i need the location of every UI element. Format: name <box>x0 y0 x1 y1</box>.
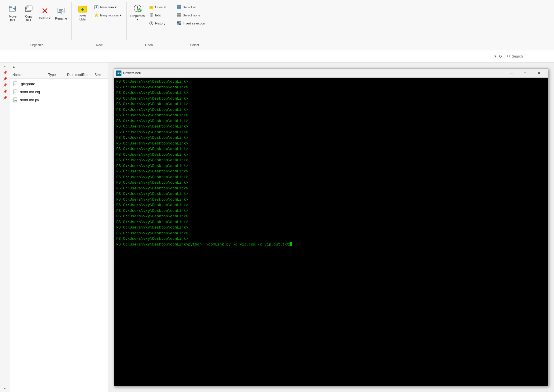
svg-rect-45 <box>177 16 179 17</box>
properties-icon <box>133 4 142 13</box>
search-icon <box>507 54 511 58</box>
svg-rect-46 <box>179 16 181 17</box>
ps-line: PS C:\Users\vxy\Desktop\domLink> <box>116 231 546 236</box>
svg-rect-1 <box>9 6 12 8</box>
col-header-type[interactable]: Type <box>46 73 65 77</box>
move-to-icon <box>8 4 17 14</box>
ps-minimize-button[interactable]: ─ <box>505 70 518 77</box>
svg-rect-50 <box>179 24 181 25</box>
history-button[interactable]: History <box>147 20 168 27</box>
svg-rect-6 <box>27 6 29 7</box>
open-icon <box>149 5 154 10</box>
file-name-domlink-py: domLink.py <box>20 98 39 102</box>
history-label: History <box>155 22 165 25</box>
invert-selection-icon <box>176 21 182 26</box>
move-to-label: Moveto ▾ <box>9 15 17 22</box>
open-button[interactable]: Open ▾ <box>147 3 168 11</box>
sidebar-pin-2[interactable]: 📌 <box>2 76 7 81</box>
text-file-icon <box>12 81 18 87</box>
col-header-name[interactable]: Name <box>10 73 46 77</box>
svg-rect-47 <box>177 22 179 23</box>
ribbon-group-open: Properties ▾ <box>127 2 171 40</box>
move-to-button[interactable]: Moveto ▾ <box>5 3 20 23</box>
ps-line: PS C:\Users\vxy\Desktop\domLink> <box>116 152 546 158</box>
svg-rect-48 <box>179 22 181 23</box>
ps-line: PS C:\Users\vxy\Desktop\domLink> <box>116 141 546 146</box>
rename-button[interactable]: Rename <box>54 3 68 23</box>
config-file-icon <box>12 89 18 95</box>
ribbon-group-new: Newfolder New item ▾ <box>72 2 127 40</box>
ps-line: PS C:\Users\vxy\Desktop\domLink> <box>116 214 546 219</box>
file-item-domlink-py[interactable]: py domLink.py <box>10 96 108 104</box>
ps-line: PS C:\Users\vxy\Desktop\domLink> <box>116 163 546 169</box>
ps-line: PS C:\Users\vxy\Desktop\domLink> <box>116 174 546 180</box>
ps-line: PS C:\Users\vxy\Desktop\domLink> <box>116 225 546 231</box>
ps-content[interactable]: PS C:\Users\vxy\Desktop\domLink>PS C:\Us… <box>114 78 548 386</box>
edit-icon <box>149 13 154 18</box>
edit-button[interactable]: Edit <box>147 12 168 19</box>
delete-icon <box>40 6 50 15</box>
ps-line: PS C:\Users\vxy\Desktop\domLink> <box>116 130 546 135</box>
search-box <box>505 53 551 60</box>
file-name-gitignore: .gitignore <box>20 82 35 86</box>
sidebar-collapse-up[interactable]: ▲ <box>2 64 7 69</box>
refresh-icon[interactable]: ↻ <box>499 54 502 59</box>
search-input[interactable] <box>512 54 549 58</box>
sort-icon[interactable]: ▼ <box>494 54 497 58</box>
history-icon <box>149 21 154 26</box>
new-folder-button[interactable]: Newfolder <box>75 2 90 22</box>
sidebar-pin-1[interactable]: 📌 <box>2 70 7 75</box>
sidebar-pin-4[interactable]: 📌 <box>2 89 7 94</box>
ps-title: PowerShell <box>123 71 503 75</box>
easy-access-button[interactable]: Easy access ▾ <box>92 12 123 19</box>
svg-rect-39 <box>177 5 179 7</box>
new-item-icon <box>94 5 99 10</box>
ps-line: PS C:\Users\vxy\Desktop\domLink> <box>116 180 546 186</box>
new-folder-label: Newfolder <box>79 14 87 21</box>
delete-button[interactable]: Delete ▾ <box>37 3 52 23</box>
select-none-button[interactable]: Select none <box>174 12 215 19</box>
ps-cursor <box>290 242 292 246</box>
ps-line: PS C:\Users\vxy\Desktop\domLink> <box>116 124 546 130</box>
svg-rect-40 <box>179 5 181 7</box>
file-item-gitignore[interactable]: .gitignore <box>10 80 108 88</box>
file-items: .gitignore domLink.cfg <box>10 79 108 105</box>
easy-access-icon <box>94 13 99 18</box>
file-list-header: ▲ <box>10 62 108 71</box>
file-item-domlink-cfg[interactable]: domLink.cfg <box>10 88 108 96</box>
file-list: ▲ Name Type Date modified Size .gitignor… <box>10 62 108 392</box>
ps-line: PS C:\Users\vxy\Desktop\domLink> <box>116 107 546 113</box>
ribbon-group-select: Select all Select none <box>172 2 218 40</box>
svg-text:PS: PS <box>117 72 121 75</box>
col-header-size[interactable]: Size <box>92 73 108 77</box>
select-all-button[interactable]: Select all <box>174 3 215 11</box>
properties-button[interactable]: Properties ▾ <box>130 2 145 23</box>
ps-line: PS C:\Users\vxy\Desktop\domLink> <box>116 169 546 174</box>
header-collapse-up[interactable]: ▲ <box>12 65 15 68</box>
new-folder-icon <box>78 4 87 13</box>
address-bar: ▼ ↻ <box>0 50 554 62</box>
copy-to-button[interactable]: Copyto ▾ <box>21 3 36 23</box>
ps-line: PS C:\Users\vxy\Desktop\domLink> <box>116 236 546 242</box>
ps-maximize-button[interactable]: □ <box>519 70 532 77</box>
powershell-window: PS PowerShell ─ □ ✕ PS C:\Users\vxy\Desk… <box>114 68 548 386</box>
ps-line: PS C:\Users\vxy\Desktop\domLink> <box>116 85 546 90</box>
new-item-button[interactable]: New item ▾ <box>92 3 123 11</box>
col-header-date[interactable]: Date modified <box>65 73 92 77</box>
ps-line: PS C:\Users\vxy\Desktop\domLink> <box>116 113 546 118</box>
sidebar-collapse-down[interactable]: ▼ <box>2 386 7 391</box>
ps-line: PS C:\Users\vxy\Desktop\domLink> <box>116 90 546 96</box>
python-file-icon: py <box>12 97 18 103</box>
sidebar-pin-3[interactable]: 📌 <box>2 83 7 88</box>
ps-window-controls: ─ □ ✕ <box>505 70 546 77</box>
ps-close-button[interactable]: ✕ <box>532 70 546 77</box>
sidebar-pin-5[interactable]: 📌 <box>2 95 7 100</box>
copy-to-icon <box>24 4 33 14</box>
ps-line: PS C:\Users\vxy\Desktop\domLink> <box>116 79 546 85</box>
organize-buttons-row: Moveto ▾ Copyto ▾ <box>5 2 68 24</box>
svg-rect-41 <box>177 7 179 9</box>
svg-rect-42 <box>179 7 181 9</box>
ps-line: PS C:\Users\vxy\Desktop\domLink> <box>116 157 546 163</box>
invert-selection-button[interactable]: Invert selection <box>174 20 215 27</box>
ps-line: PS C:\Users\vxy\Desktop\domLink> <box>116 197 546 203</box>
